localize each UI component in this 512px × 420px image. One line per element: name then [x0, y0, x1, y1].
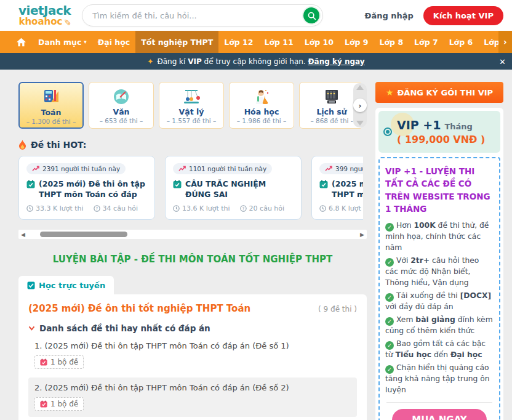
exam-link[interactable]: 1. (2025 mới) Đề thi ôn tập THPT môn Toá… — [34, 341, 351, 350]
next-subjects-button[interactable]: › — [353, 99, 367, 112]
subject-strip: Toán – 1.300 đề thi – Văn — [18, 82, 367, 129]
main-column: Toán – 1.300 đề thi – Văn — [18, 82, 367, 420]
page: vietJack khoahoc ✎ Đăng nhập Kích hoạt V… — [0, 0, 512, 420]
scroll-up-icon[interactable] — [356, 85, 364, 90]
nav-item-lop-7[interactable]: Lớp 7 — [409, 31, 444, 53]
chevron-right-icon: › — [358, 101, 361, 110]
nav-home[interactable] — [10, 31, 33, 53]
nav-item-lop-8[interactable]: Lớp 8 — [374, 31, 409, 53]
scroll-left-icon[interactable]: ◀ — [18, 232, 28, 238]
plan-name: VIP +1 — [397, 118, 441, 132]
calendar-check-icon — [26, 180, 35, 188]
nav-item-lop-6[interactable]: Lớp 6 — [444, 31, 479, 53]
subject-card-hoa-hoc[interactable]: Hóa học – 1.986 đề thi – — [229, 82, 294, 129]
nav-more-button[interactable]: › — [498, 31, 512, 53]
svg-text:?: ? — [95, 206, 97, 211]
weekly-takers-badge: 2391 người thi tuần này — [26, 163, 126, 174]
subject-card-lich-su[interactable]: Lịch sử – 868 đề thi - — [299, 82, 361, 129]
check-icon: ✓ — [385, 341, 394, 350]
logo-line2: khoahoc ✎ — [18, 17, 71, 26]
activate-vip-button[interactable]: Kích hoạt VIP — [423, 6, 503, 25]
search-input[interactable] — [92, 11, 302, 20]
content: Toán – 1.300 đề thi – Văn — [0, 70, 512, 420]
nav-item-lop-9[interactable]: Lớp 9 — [339, 31, 374, 53]
plan-option-vip-1-month[interactable]: VIP +1 Tháng ( 199,000 VNĐ ) — [378, 111, 500, 153]
tab-hoc-truc-tuyen[interactable]: Học trực tuyến — [18, 276, 114, 294]
hot-exam-card[interactable]: 399 người thi (2025 mới) Đề thi ôn tập T… — [311, 156, 363, 220]
exam-set-chip[interactable]: 1 bộ đề — [34, 355, 84, 369]
nav-item-lop-12[interactable]: Lớp 12 — [218, 31, 258, 53]
vip-sidebar: ★ ĐĂNG KÝ GÓI THI VIP VIP +1 Tháng ( 199… — [375, 82, 503, 420]
buy-now-button[interactable]: MUA NGAY — [392, 409, 486, 420]
hot-exam-meta: 6.8 K lượt thi — [319, 204, 363, 212]
question-count: ? 20 câu hỏi — [240, 204, 285, 212]
chevron-right-icon: › — [503, 37, 507, 47]
vip-feature: ✓Chặn hiển thị quảng cáo tăng khả năng t… — [385, 363, 494, 396]
nav-item-lop-11[interactable]: Lớp 11 — [258, 31, 298, 53]
pencil-icon: ✎ — [63, 18, 71, 26]
scrollbar-track[interactable] — [28, 230, 358, 239]
nav-item-tot-nghiep-thpt[interactable]: Tốt nghiệp THPT — [135, 31, 218, 53]
exam-link[interactable]: 2. (2025 mới) Đề thi ôn tập THPT môn Toá… — [34, 383, 351, 392]
auth-area: Đăng nhập Kích hoạt VIP — [365, 6, 504, 25]
main-nav: Danh mục ▾ Đại học Tốt nghiệp THPT Lớp 1… — [0, 31, 512, 53]
scroll-down-icon[interactable] — [356, 121, 364, 126]
home-icon — [16, 38, 26, 47]
subject-card-vat-ly[interactable]: Vật lý – 1.557 đề thi – — [159, 82, 224, 129]
trend-chart-icon — [178, 166, 186, 172]
scroll-right-icon[interactable]: ▶ — [358, 232, 367, 238]
horizontal-scrollbar[interactable]: ◀ ▶ — [18, 230, 367, 239]
fire-icon — [18, 140, 26, 150]
exam-list-panel: (2025 mới) Đề ôn thi tốt nghiệp THPT Toá… — [18, 294, 367, 420]
promo-text: Đăng kí VIP để truy cập không giới hạn. — [157, 57, 305, 66]
exam-list-item: 1. (2025 mới) Đề thi ôn tập THPT môn Toá… — [28, 336, 357, 375]
promo-register-link[interactable]: Đăng ký ngay — [308, 57, 365, 66]
attempts: 13.6 K lượt thi — [173, 204, 230, 212]
vip-feature-list: ✓Hơn 100K đề thi thử, đề minh họa, chính… — [385, 220, 494, 396]
clock-icon — [26, 205, 33, 212]
check-icon: ✓ — [385, 223, 394, 232]
exam-set-chip[interactable]: 1 bộ đề — [34, 397, 84, 411]
login-link[interactable]: Đăng nhập — [365, 11, 414, 20]
physics-icon — [159, 87, 223, 107]
nav-item-lop-10[interactable]: Lớp 10 — [299, 31, 339, 53]
register-vip-button[interactable]: ★ ĐĂNG KÝ GÓI THI VIP — [375, 82, 503, 103]
hot-exam-card[interactable]: 2391 người thi tuần này (2025 mới) Đề th… — [18, 156, 155, 220]
vip-feature: ✓Hơn 100K đề thi thử, đề minh họa, chính… — [385, 220, 494, 254]
hot-exam-title: CÂU TRẮC NGHIỆM ĐÚNG SAI — [173, 179, 294, 200]
nav-item-dai-hoc[interactable]: Đại học — [92, 31, 135, 53]
nav-item-danh-muc[interactable]: Danh mục ▾ — [33, 31, 92, 53]
plan-period: Tháng — [444, 122, 472, 131]
vip-feature: ✓Xem bài giảng đính kèm củng cố thêm kiế… — [385, 315, 494, 337]
chevron-down-icon — [28, 326, 35, 331]
vip-feature: ✓Bao gồm tất cả các bậc từ Tiểu học đến … — [385, 339, 494, 361]
hot-exam-card[interactable]: 1101 người thi tuần này CÂU TRẮC NGHIỆM … — [165, 156, 302, 220]
star-icon: ★ — [386, 87, 394, 97]
trend-chart-icon — [325, 166, 332, 172]
weekly-takers-badge: 1101 người thi tuần này — [173, 163, 272, 174]
hot-exam-meta: 13.6 K lượt thi ? 20 câu hỏi — [173, 204, 294, 212]
search-bar — [82, 4, 323, 26]
caret-down-icon: ▾ — [84, 39, 87, 45]
vietjack-logo[interactable]: vietJack khoahoc ✎ — [18, 4, 71, 26]
attempts: 33.3 K lượt thi — [26, 204, 84, 212]
calendar-icon — [40, 358, 47, 366]
attempts: 6.8 K lượt thi — [319, 204, 363, 212]
exam-list-subtitle[interactable]: Danh sách đề thi hay nhất có đáp án — [28, 323, 357, 333]
vip-details-box: VIP +1 - LUYỆN THI TẤT CẢ CÁC ĐỀ CÓ TRÊN… — [378, 157, 500, 420]
exam-count: ( 9 đề thi ) — [318, 305, 357, 313]
radio-selected-icon[interactable] — [383, 127, 392, 136]
search-button[interactable] — [302, 6, 321, 25]
check-icon: ✓ — [385, 293, 394, 302]
clock-icon — [173, 205, 180, 212]
close-icon[interactable]: ✕ — [499, 57, 506, 66]
panel-title[interactable]: (2025 mới) Đề ôn thi tốt nghiệp THPT Toá… — [28, 303, 250, 314]
scrollbar-thumb[interactable] — [40, 232, 127, 237]
history-icon — [300, 87, 361, 107]
vip-promo-banner: ✦ Đăng kí VIP để truy cập không giới hạn… — [0, 53, 512, 70]
subject-card-toan[interactable]: Toán – 1.300 đề thi – — [18, 82, 84, 129]
check-icon: ✓ — [385, 258, 394, 267]
vip-offer-title: VIP +1 - LUYỆN THI TẤT CẢ CÁC ĐỀ CÓ TRÊN… — [385, 165, 494, 215]
logo-line1: vietJack — [18, 4, 71, 17]
subject-card-van[interactable]: Văn – 653 đề thi – — [89, 82, 154, 129]
